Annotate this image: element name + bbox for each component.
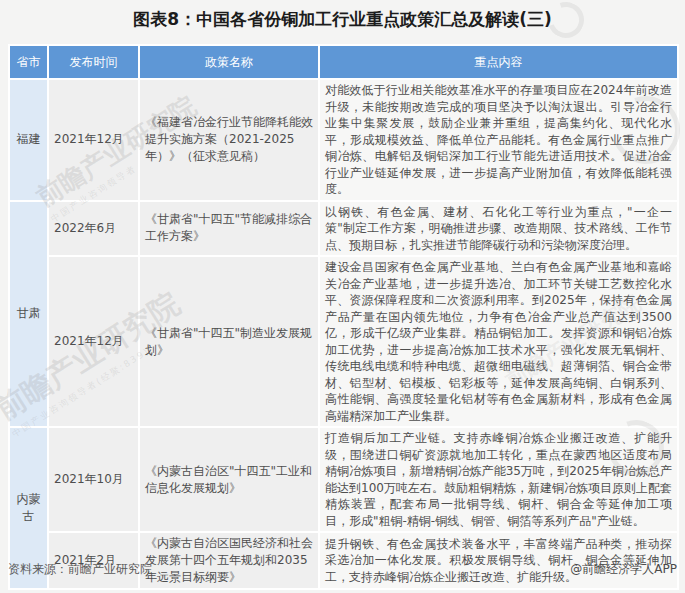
content-cell: 对能效低于行业相关能效基准水平的存量项目应在2024年前改造升级，未能按期改造完…: [319, 79, 678, 201]
content-cell: 以钢铁、有色金属、建材、石化化工等行业为重点，"一企一策"制定工作方案，明确推进…: [319, 201, 678, 257]
table-row: 内蒙古 2021年10月 《内蒙古自治区"十四五"工业和信息化发展规划》 打造铜…: [9, 427, 678, 532]
province-cell: 甘肃: [9, 201, 48, 428]
table-row: 福建 2021年12月 《福建省冶金行业节能降耗能效提升实施方案（2021-20…: [9, 79, 678, 201]
date-cell: 2022年6月: [48, 201, 139, 257]
policy-name-cell: 《内蒙古自治区国民经济和社会发展第十四个五年规划和2035年远景目标纲要》: [139, 532, 319, 589]
col-header-date: 发布时间: [48, 45, 139, 79]
content-cell: 建设金昌国家有色金属产业基地、兰白有色金属产业基地和嘉峪关冶金产业基地，进一步提…: [319, 256, 678, 427]
policy-table: 省市 发布时间 政策名称 重点内容 福建 2021年12月 《福建省冶金行业节能…: [8, 44, 679, 590]
province-cell: 福建: [9, 79, 48, 201]
table-row: 2021年12月 《甘肃省"十四五"制造业发展规划》 建设金昌国家有色金属产业基…: [9, 256, 678, 427]
footer-credit: @前瞻经济学人APP: [570, 561, 677, 578]
content-cell: 打造铜后加工产业链。支持赤峰铜冶炼企业搬迁改造、扩能升级，围绕进口铜矿资源就地加…: [319, 427, 678, 532]
policy-name-cell: 《甘肃省"十四五"制造业发展规划》: [139, 256, 319, 427]
date-cell: 2021年12月: [48, 79, 139, 201]
footer-source: 资料来源：前瞻产业研究院: [8, 561, 152, 578]
policy-name-cell: 《内蒙古自治区"十四五"工业和信息化发展规划》: [139, 427, 319, 532]
col-header-content: 重点内容: [319, 45, 678, 79]
col-header-policy: 政策名称: [139, 45, 319, 79]
date-cell: 2021年10月: [48, 427, 139, 532]
policy-name-cell: 《甘肃省"十四五"节能减排综合工作方案》: [139, 201, 319, 257]
page-title: 图表8：中国各省份铜加工行业重点政策汇总及解读(三): [0, 8, 685, 31]
policy-name-cell: 《福建省冶金行业节能降耗能效提升实施方案（2021-2025年）》（征求意见稿）: [139, 79, 319, 201]
date-cell: 2021年12月: [48, 256, 139, 427]
table-row: 甘肃 2022年6月 《甘肃省"十四五"节能减排综合工作方案》 以钢铁、有色金属…: [9, 201, 678, 257]
header-row: 省市 发布时间 政策名称 重点内容: [9, 45, 678, 79]
col-header-province: 省市: [9, 45, 48, 79]
